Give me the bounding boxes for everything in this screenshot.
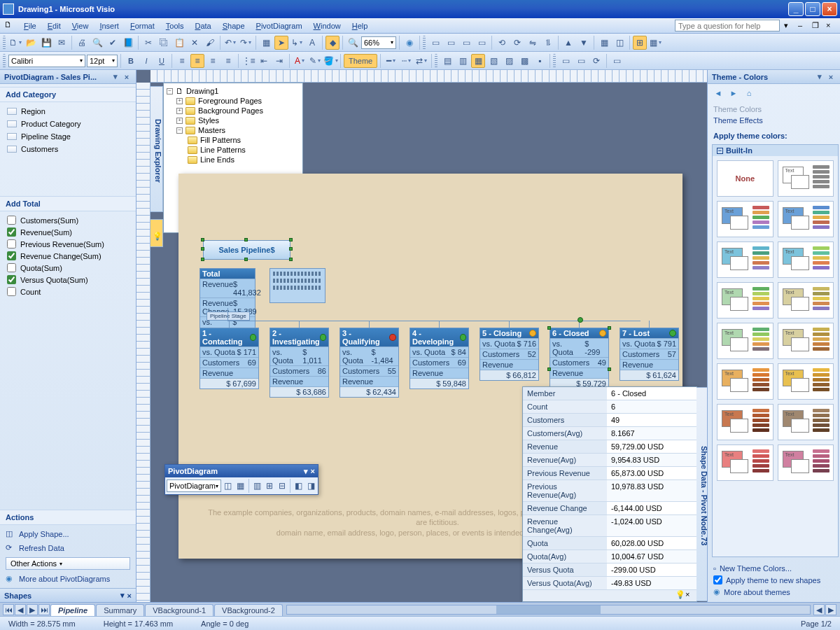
- rotate-right-button[interactable]: ⟳: [510, 36, 524, 50]
- data4-button[interactable]: ▧: [486, 54, 500, 68]
- stage-node[interactable]: 6 - Closed vs. Quota$ -299Customers49 Re…: [550, 328, 609, 389]
- builtin-group-header[interactable]: −Built-In: [713, 145, 838, 156]
- theme-swatch[interactable]: Text: [717, 363, 774, 400]
- menu-insert[interactable]: Insert: [94, 20, 125, 31]
- tree-item[interactable]: −Masters: [167, 125, 300, 135]
- flip-h-button[interactable]: ⇋: [526, 36, 540, 50]
- theme-colors-link[interactable]: Theme Colors: [713, 104, 834, 115]
- line-color-button[interactable]: ✎: [308, 54, 322, 68]
- total-row[interactable]: Revenue(Sum): [4, 226, 132, 238]
- shape-data-close[interactable]: ×: [685, 590, 695, 600]
- align-justify-button[interactable]: ≡: [221, 54, 235, 68]
- horizontal-scrollbar[interactable]: [286, 605, 811, 615]
- mail-button[interactable]: ✉: [55, 36, 69, 50]
- drawing-explorer-tab[interactable]: Drawing Explorer: [150, 86, 163, 212]
- layout-button[interactable]: ▭: [459, 36, 473, 50]
- format-painter-button[interactable]: 🖌: [203, 36, 217, 50]
- next-page-button[interactable]: ▶: [27, 604, 38, 615]
- help-search-input[interactable]: [675, 20, 780, 31]
- tree-root[interactable]: −🗋Drawing1: [167, 86, 300, 96]
- research-button[interactable]: 📘: [121, 36, 135, 50]
- stage-node[interactable]: 1 - Contacting vs. Quota$ 171Customers69…: [200, 328, 259, 389]
- theme-effects-link[interactable]: Theme Effects: [713, 115, 834, 126]
- theme-swatch[interactable]: Text: [717, 444, 774, 481]
- total-checkbox[interactable]: [7, 216, 16, 225]
- insert-data-button[interactable]: ▭: [610, 54, 624, 68]
- align-right-button[interactable]: ≡: [206, 54, 220, 68]
- theme-swatch[interactable]: Text: [778, 363, 834, 400]
- pd-select[interactable]: PivotDiagram▾: [167, 479, 221, 492]
- paste-button[interactable]: 📋: [172, 36, 186, 50]
- undo-button[interactable]: ↶: [223, 36, 237, 50]
- theme-swatch-none[interactable]: None: [717, 160, 774, 197]
- page-tab[interactable]: VBackground-1: [145, 604, 214, 616]
- line-ends-button[interactable]: ⇄: [414, 54, 428, 68]
- bullets-button[interactable]: ⋮≡: [241, 54, 255, 68]
- theme-swatch[interactable]: Text: [717, 323, 774, 359]
- data5-button[interactable]: ▨: [502, 54, 516, 68]
- menu-shape[interactable]: Shape: [217, 20, 251, 31]
- print-preview-button[interactable]: 🔍: [90, 36, 104, 50]
- connector-tool-button[interactable]: ↳: [290, 36, 304, 50]
- autoconnect-button[interactable]: ⊞: [633, 36, 647, 50]
- save-button[interactable]: 💾: [39, 36, 53, 50]
- zoom-combo[interactable]: 66%▾: [361, 36, 396, 49]
- snap-button[interactable]: ▦: [597, 36, 611, 50]
- maximize-button[interactable]: □: [805, 2, 820, 16]
- theme-swatch[interactable]: Text: [717, 282, 774, 318]
- increase-indent-button[interactable]: ⇥: [272, 54, 286, 68]
- shapes-dropdown-icon[interactable]: ▾: [120, 591, 125, 600]
- scroll-left-button[interactable]: ◀: [813, 604, 825, 615]
- first-page-button[interactable]: ⏮: [3, 604, 14, 615]
- font-name-combo[interactable]: Calibri▾: [8, 55, 85, 67]
- flip-v-button[interactable]: ⥮: [541, 36, 555, 50]
- line-pattern-button[interactable]: ┄: [399, 54, 413, 68]
- theme-swatch[interactable]: Text: [778, 201, 834, 237]
- data6-button[interactable]: ▩: [517, 54, 531, 68]
- theme-swatch[interactable]: Text: [778, 444, 834, 481]
- tree-item[interactable]: Line Patterns: [167, 145, 300, 155]
- pd-toolbar-close[interactable]: ×: [311, 467, 315, 475]
- more-about-link[interactable]: ◉More about PivotDiagrams: [6, 574, 130, 584]
- zoom-out-button[interactable]: 🔍: [346, 36, 360, 50]
- decrease-indent-button[interactable]: ⇤: [257, 54, 271, 68]
- pd-btn-7[interactable]: ◨: [306, 479, 317, 493]
- theme-swatch[interactable]: Text: [717, 241, 774, 278]
- dynamic-grid-button[interactable]: ▦: [648, 36, 662, 50]
- line-weight-button[interactable]: ━: [384, 54, 398, 68]
- help-dropdown-icon[interactable]: ▾: [784, 21, 794, 31]
- align-shapes-button[interactable]: ▭: [428, 36, 442, 50]
- align-center-button[interactable]: ≡: [190, 54, 204, 68]
- align-left-button[interactable]: ≡: [175, 54, 189, 68]
- stage-node[interactable]: 5 - Closing vs. Quota$ 716Customers52 Re…: [479, 328, 539, 381]
- pointer-tool-button[interactable]: ➤: [274, 36, 288, 50]
- total-checkbox[interactable]: [7, 239, 16, 248]
- spelling-button[interactable]: ✔: [106, 36, 120, 50]
- pd-btn-2[interactable]: ▦: [235, 479, 246, 493]
- pd-btn-4[interactable]: ⊞: [264, 479, 275, 493]
- cut-button[interactable]: ✂: [141, 36, 155, 50]
- bold-button[interactable]: B: [124, 54, 138, 68]
- category-item[interactable]: Region: [4, 105, 132, 118]
- left-pane-dropdown[interactable]: ▾: [111, 72, 120, 82]
- minimize-button[interactable]: _: [788, 2, 804, 16]
- theme-swatch[interactable]: Text: [778, 160, 834, 197]
- mdi-minimize[interactable]: –: [798, 21, 808, 31]
- page-tab[interactable]: VBackground-2: [214, 604, 283, 616]
- menu-file[interactable]: File: [18, 20, 42, 31]
- data3-button[interactable]: ▦: [471, 54, 485, 68]
- refresh-data-link[interactable]: ⟳Refresh Data: [6, 543, 130, 553]
- theme-swatch[interactable]: Text: [717, 404, 774, 440]
- pd-btn-6[interactable]: ◧: [293, 479, 304, 493]
- shape-data-tab[interactable]: Shape Data - Pivot Node.73: [696, 387, 707, 601]
- menu-data[interactable]: Data: [189, 20, 216, 31]
- tree-item[interactable]: +Foreground Pages: [167, 96, 300, 106]
- copy-button[interactable]: ⿻: [157, 36, 171, 50]
- category-item[interactable]: Product Category: [4, 118, 132, 130]
- theme-swatch[interactable]: Text: [778, 323, 834, 359]
- total-checkbox[interactable]: [7, 275, 16, 284]
- connection-point-button[interactable]: ◆: [326, 36, 340, 50]
- tree-item[interactable]: +Styles: [167, 115, 300, 125]
- mdi-restore[interactable]: ❐: [812, 21, 822, 31]
- total-checkbox[interactable]: [7, 287, 16, 296]
